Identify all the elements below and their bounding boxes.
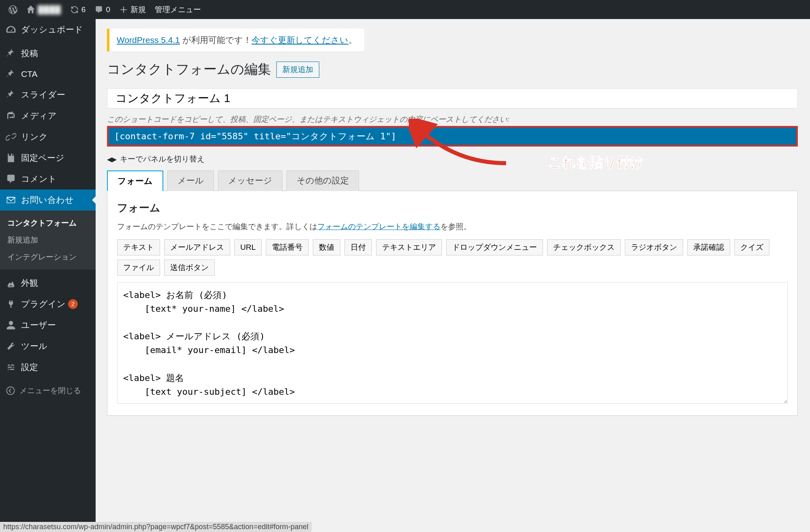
tag-btn-quiz[interactable]: クイズ bbox=[734, 239, 769, 255]
shortcode-description: このショートコードをコピーして、投稿、固定ページ、またはテキストウィジェットの内… bbox=[107, 114, 798, 125]
appearance-icon bbox=[6, 278, 16, 288]
tag-btn-text[interactable]: テキスト bbox=[117, 239, 160, 255]
tab-mail[interactable]: メール bbox=[167, 170, 214, 191]
panel-description: フォームのテンプレートをここで編集できます。詳しくはフォームのテンプレートを編集… bbox=[117, 221, 788, 232]
comments-count: 0 bbox=[106, 5, 110, 14]
admin-sidebar: ダッシュボード 投稿 CTA スライダー メディア リンク 固定ページ bbox=[0, 19, 96, 532]
pin-icon bbox=[6, 69, 16, 79]
pin-icon bbox=[6, 89, 16, 100]
admin-toolbar: ████ 6 0 新規 管理メニュー bbox=[0, 0, 810, 19]
submenu-item-add-new[interactable]: 新規追加 bbox=[0, 232, 96, 249]
form-template-textarea[interactable] bbox=[117, 282, 788, 404]
browser-status-url: https://charasetsu.com/wp-admin/admin.ph… bbox=[0, 522, 312, 532]
sidebar-item-media[interactable]: メディア bbox=[0, 105, 96, 126]
tab-form[interactable]: フォーム bbox=[107, 170, 163, 191]
site-name: ████ bbox=[38, 5, 61, 14]
annotation-text: これを貼り付け bbox=[548, 153, 644, 172]
shortcode-highlight-box bbox=[107, 126, 798, 147]
link-icon bbox=[6, 132, 16, 142]
sidebar-submenu-contact: コンタクトフォーム 新規追加 インテグレーション bbox=[0, 211, 96, 270]
settings-icon bbox=[6, 362, 16, 372]
tab-messages[interactable]: メッセージ bbox=[218, 170, 282, 191]
sidebar-item-appearance[interactable]: 外観 bbox=[0, 272, 96, 294]
sidebar-item-settings[interactable]: 設定 bbox=[0, 357, 96, 378]
tag-btn-file[interactable]: ファイル bbox=[117, 260, 160, 276]
sidebar-item-comments[interactable]: コメント bbox=[0, 168, 96, 189]
page-icon bbox=[6, 153, 16, 163]
mail-icon bbox=[6, 195, 16, 205]
plus-icon bbox=[119, 5, 128, 14]
sidebar-item-contact[interactable]: お問い合わせ bbox=[0, 189, 96, 211]
panel-toggle-hint: ◀▶ キーでパネルを切り替え bbox=[107, 154, 798, 164]
sidebar-item-pages[interactable]: 固定ページ bbox=[0, 147, 96, 168]
wp-logo[interactable] bbox=[4, 0, 22, 19]
user-icon bbox=[6, 320, 16, 330]
wp-version-link[interactable]: WordPress 5.4.1 bbox=[117, 35, 180, 45]
tag-btn-radio[interactable]: ラジオボタン bbox=[625, 239, 683, 255]
sidebar-item-slider[interactable]: スライダー bbox=[0, 84, 96, 105]
updates-link[interactable]: 6 bbox=[66, 0, 90, 19]
add-new-button[interactable]: 新規追加 bbox=[276, 62, 319, 78]
form-panel: フォーム フォームのテンプレートをここで編集できます。詳しくはフォームのテンプレ… bbox=[107, 191, 798, 416]
dashboard-icon bbox=[6, 24, 16, 35]
tag-btn-date[interactable]: 日付 bbox=[344, 239, 372, 255]
comment-icon bbox=[94, 5, 103, 14]
tab-bar: フォーム メール メッセージ その他の設定 bbox=[107, 170, 798, 191]
sidebar-item-tools[interactable]: ツール bbox=[0, 336, 96, 357]
sidebar-item-dashboard[interactable]: ダッシュボード bbox=[0, 19, 96, 40]
updates-count: 6 bbox=[81, 5, 86, 14]
admin-menu-link[interactable]: 管理メニュー bbox=[150, 0, 205, 19]
left-right-arrows-icon: ◀▶ bbox=[107, 155, 117, 163]
pin-icon bbox=[6, 48, 16, 59]
new-content-link[interactable]: 新規 bbox=[115, 0, 150, 19]
collapse-icon bbox=[6, 386, 15, 396]
tab-additional-settings[interactable]: その他の設定 bbox=[286, 170, 359, 191]
sidebar-item-plugins[interactable]: プラグイン 2 bbox=[0, 294, 96, 315]
sidebar-item-users[interactable]: ユーザー bbox=[0, 315, 96, 336]
template-doc-link[interactable]: フォームのテンプレートを編集する bbox=[317, 222, 440, 231]
submenu-item-contact-forms[interactable]: コンタクトフォーム bbox=[0, 215, 96, 232]
plugins-update-badge: 2 bbox=[68, 299, 78, 309]
update-nag: WordPress 5.4.1 が利用可能です！今すぐ更新してください。 bbox=[107, 29, 364, 51]
sidebar-item-cta[interactable]: CTA bbox=[0, 64, 96, 84]
site-home-link[interactable]: ████ bbox=[22, 0, 66, 19]
media-icon bbox=[6, 111, 16, 121]
tag-button-row: テキスト メールアドレス URL 電話番号 数値 日付 テキストエリア ドロップ… bbox=[117, 239, 788, 276]
tag-btn-url[interactable]: URL bbox=[234, 239, 262, 255]
sidebar-item-links[interactable]: リンク bbox=[0, 126, 96, 147]
main-content: WordPress 5.4.1 が利用可能です！今すぐ更新してください。 コンタ… bbox=[96, 19, 810, 532]
sidebar-item-posts[interactable]: 投稿 bbox=[0, 43, 96, 64]
tag-btn-email[interactable]: メールアドレス bbox=[164, 239, 230, 255]
form-title-input[interactable] bbox=[107, 88, 798, 109]
submenu-item-integration[interactable]: インテグレーション bbox=[0, 249, 96, 266]
tag-btn-checkbox[interactable]: チェックボックス bbox=[547, 239, 621, 255]
tag-btn-number[interactable]: 数値 bbox=[313, 239, 340, 255]
comment-icon bbox=[6, 174, 16, 184]
tag-btn-tel[interactable]: 電話番号 bbox=[266, 239, 309, 255]
tag-btn-dropdown[interactable]: ドロップダウンメニュー bbox=[446, 239, 543, 255]
tools-icon bbox=[6, 341, 16, 351]
refresh-icon bbox=[70, 5, 79, 14]
home-icon bbox=[26, 5, 35, 14]
tag-btn-submit[interactable]: 送信ボタン bbox=[164, 260, 215, 276]
tag-btn-textarea[interactable]: テキストエリア bbox=[376, 239, 442, 255]
svg-point-0 bbox=[6, 387, 14, 394]
comments-link[interactable]: 0 bbox=[90, 0, 115, 19]
plugin-icon bbox=[6, 299, 16, 309]
tag-btn-acceptance[interactable]: 承諾確認 bbox=[687, 239, 730, 255]
panel-heading: フォーム bbox=[117, 201, 788, 215]
shortcode-input[interactable] bbox=[109, 128, 796, 145]
wordpress-icon bbox=[9, 5, 17, 14]
page-title: コンタクトフォームの編集 bbox=[107, 60, 271, 79]
update-now-link[interactable]: 今すぐ更新してください bbox=[252, 35, 348, 45]
new-label: 新規 bbox=[130, 4, 146, 15]
collapse-menu-button[interactable]: メニューを閉じる bbox=[0, 381, 96, 401]
